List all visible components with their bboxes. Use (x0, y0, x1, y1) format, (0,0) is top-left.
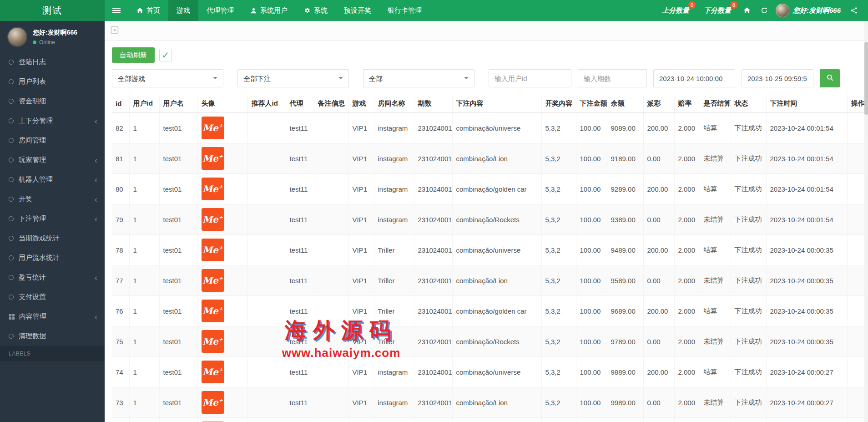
cell-status: 下注成功 (731, 113, 766, 143)
cell-odds: 2.000 (674, 326, 700, 357)
date-from-input[interactable] (653, 69, 735, 87)
cell-bet: combinação/universe (452, 113, 541, 143)
sidebar-item-room-manage[interactable]: 房间管理 (0, 131, 105, 150)
cell-odds: 2.000 (674, 357, 700, 387)
sidebar-item-draw[interactable]: 开奖‹ (0, 189, 105, 209)
up-score-link[interactable]: 上分数量 0 (655, 0, 696, 21)
chevron-left-icon: ‹ (95, 117, 98, 125)
user-icon (250, 7, 257, 14)
cell-balance: 9889.00 (607, 357, 643, 387)
refresh-icon[interactable] (756, 0, 773, 21)
cell-uname: test01 (159, 326, 197, 357)
sidebar-item-content-manage[interactable]: 内容管理‹ (0, 307, 105, 326)
circle-icon (9, 138, 14, 143)
cell-avatar: Me+ (197, 387, 247, 418)
cell-op (847, 265, 865, 296)
down-score-link[interactable]: 下分数量 8 (696, 0, 738, 21)
topbar-avatar[interactable] (776, 4, 789, 17)
sidebar-item-fund-detail[interactable]: 资金明细 (0, 92, 105, 111)
avatar-image: Me+ (202, 239, 224, 261)
sidebar-item-profit-stats[interactable]: 盈亏统计‹ (0, 268, 105, 287)
game-filter-select[interactable]: 全部游戏 (112, 69, 223, 87)
avatar-image: Me+ (202, 391, 224, 414)
sidebar-item-user-list[interactable]: 用户列表 (0, 72, 105, 92)
cell-game: VIP1 (348, 387, 374, 418)
cell-status: 下注成功 (731, 174, 766, 204)
cell-amount: 100.00 (576, 357, 607, 387)
cell-agent: test11 (286, 143, 314, 174)
cell-period: 231024001 (414, 113, 452, 143)
auto-refresh-button[interactable]: 自动刷新 (112, 47, 155, 63)
table-row: 811test01Me+test11VIP1instagram231024001… (112, 143, 865, 174)
sidebar-item-login-log[interactable]: 登陆日志 (0, 52, 105, 72)
nav-item-agent-manage[interactable]: 代理管理 (198, 0, 242, 21)
sidebar-item-score-manage[interactable]: 上下分管理‹ (0, 111, 105, 131)
cell-payout: 0.00 (643, 143, 674, 174)
cell-bet: combinação/Lion (452, 265, 541, 296)
cell-time: 2023-10-24 00:01:54 (766, 174, 847, 204)
search-button[interactable] (820, 69, 840, 87)
auto-refresh-checkbox[interactable]: ✓ (159, 49, 172, 61)
user-id-input[interactable] (489, 69, 571, 87)
topbar-home-icon[interactable] (738, 0, 756, 21)
sidebar-item-robot-manage[interactable]: 机器人管理‹ (0, 170, 105, 189)
sidebar: 您好:发财啊666 Online 登陆日志用户列表资金明细上下分管理‹房间管理玩… (0, 21, 105, 422)
main-content: 自动刷新 ✓ 全部游戏 全部下注 全部 (105, 21, 868, 422)
scrollbar-thumb[interactable] (864, 42, 868, 115)
cell-odds: 2.000 (674, 143, 700, 174)
circle-icon (9, 334, 14, 339)
sidebar-item-payment-settings[interactable]: 支付设置 (0, 287, 105, 307)
cell-settled: 结算 (700, 418, 731, 422)
cell-uid: 1 (129, 418, 159, 422)
cell-odds: 2.000 (674, 387, 700, 418)
table-row: 751test01Me+test11VIP1Triller231024001co… (112, 326, 865, 357)
cell-settled: 结算 (700, 174, 731, 204)
cell-ref (247, 296, 286, 326)
cell-agent: test11 (286, 265, 314, 296)
share-nodes-icon[interactable] (845, 0, 863, 21)
cell-settled: 未结算 (700, 265, 731, 296)
table-row: 781test01Me+test11VIP1Triller231024001co… (112, 235, 865, 265)
column-header-5: 代理 (286, 95, 314, 113)
sidebar-item-current-game-stats[interactable]: 当期游戏统计 (0, 229, 105, 248)
cell-result: 5,3,2 (541, 387, 576, 418)
tab-icon[interactable] (111, 26, 119, 36)
date-to-input[interactable] (742, 69, 813, 87)
game-filter-select-wrap: 全部游戏 (112, 69, 223, 87)
table-row: 721test01Me+test11VIP1instagram231024001… (112, 418, 865, 422)
sidebar-item-player-manage[interactable]: 玩家管理‹ (0, 150, 105, 170)
period-input[interactable] (578, 69, 647, 87)
nav-item-system-users[interactable]: 系统用户 (242, 0, 296, 21)
cell-settled: 结算 (700, 235, 731, 265)
sidebar-item-clear-data[interactable]: 清理数据 (0, 326, 105, 346)
cell-settled: 未结算 (700, 204, 731, 235)
cell-amount: 100.00 (576, 296, 607, 326)
cell-result: 5,3,2 (541, 113, 576, 143)
cell-status: 下注成功 (731, 296, 766, 326)
cell-time: 2023-10-24 00:00:27 (766, 387, 847, 418)
user-avatar[interactable] (7, 27, 27, 47)
sidebar-item-user-flow-stats[interactable]: 用户流水统计 (0, 248, 105, 268)
cell-bet: combinação/universe (452, 357, 541, 387)
cell-balance: 9289.00 (607, 174, 643, 204)
column-header-9: 期数 (414, 95, 452, 113)
online-dot-icon (33, 41, 36, 44)
cell-ref (247, 265, 286, 296)
hamburger-icon[interactable] (105, 0, 128, 21)
sidebar-item-bet-manage[interactable]: 下注管理‹ (0, 209, 105, 229)
cell-uname: test01 (159, 296, 197, 326)
nav-item-preset-draw[interactable]: 预设开奖 (336, 0, 379, 21)
sidebar-menu: 登陆日志用户列表资金明细上下分管理‹房间管理玩家管理‹机器人管理‹开奖‹下注管理… (0, 52, 105, 346)
nav-item-home[interactable]: 首页 (128, 0, 168, 21)
nav-item-bank-card-manage[interactable]: 银行卡管理 (379, 0, 430, 21)
cell-agent: test11 (286, 235, 314, 265)
grid-icon (9, 314, 15, 320)
cell-ref (247, 143, 286, 174)
page-scrollbar[interactable] (864, 21, 868, 422)
nav-item-system[interactable]: 系统 (296, 0, 336, 21)
all-filter-select[interactable]: 全部 (363, 69, 474, 87)
cell-id: 81 (112, 143, 129, 174)
topbar-greeting[interactable]: 您好:发财啊666 (793, 6, 845, 15)
bet-filter-select[interactable]: 全部下注 (237, 69, 349, 87)
nav-item-games[interactable]: 游戏 (168, 0, 198, 21)
